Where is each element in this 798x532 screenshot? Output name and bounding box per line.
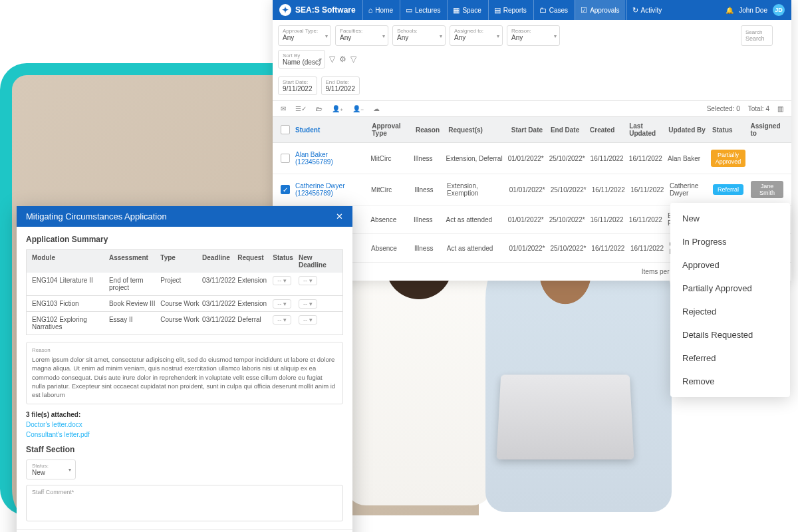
col-start[interactable]: Start Date: [511, 126, 545, 134]
nav-cases[interactable]: 🗀Cases: [533, 0, 573, 20]
columns-icon[interactable]: ▥: [777, 105, 783, 112]
mail-icon[interactable]: ✉: [281, 105, 286, 112]
nav-space[interactable]: ▦Space: [447, 0, 486, 20]
filter-start-date[interactable]: Start Date:9/11/2022: [278, 76, 317, 95]
filter-schools[interactable]: Schools:Any▾: [392, 25, 446, 46]
chevron-down-icon: ▾: [497, 33, 499, 39]
reason-text: Lorem ipsum dolor sit amet, consectetur …: [32, 355, 337, 399]
status-badge: Partially Approved: [711, 150, 746, 167]
funnel-icon[interactable]: ▽: [329, 55, 335, 64]
filter-sort[interactable]: Sort ByName (desc)▾: [278, 50, 325, 68]
col-end[interactable]: End Date: [551, 126, 585, 134]
chevron-down-icon: ▾: [382, 33, 385, 39]
modal-title: Mitigating Circumstances Application: [26, 211, 167, 221]
cloud-icon[interactable]: ☁: [373, 105, 380, 112]
close-icon[interactable]: ✕: [336, 211, 343, 221]
status-select[interactable]: Status: New▾: [26, 460, 76, 479]
summary-row: ENG103 FictionBook Review IIICourse Work…: [26, 296, 343, 312]
reason-box: Reason Lorem ipsum dolor sit amet, conse…: [26, 342, 343, 404]
col-updatedby[interactable]: Updated By: [668, 126, 707, 134]
filter-bar: Approval Type:Any▾ Faculties:Any▾ School…: [273, 20, 791, 101]
bell-icon[interactable]: 🔔: [726, 7, 733, 14]
summary-row: ENG104 Literature IIEnd of term projectP…: [26, 273, 343, 296]
dropdown-item[interactable]: Details Requested: [670, 323, 790, 346]
status-select-small[interactable]: -- ▾: [273, 299, 291, 309]
approval-icon: ☑: [581, 6, 587, 15]
row-checkbox[interactable]: [281, 154, 290, 163]
filter-faculties[interactable]: Faculties:Any▾: [335, 25, 388, 46]
nav-reports[interactable]: ▤Reports: [488, 0, 532, 20]
col-student[interactable]: Student: [295, 126, 366, 134]
avatar[interactable]: JD: [773, 4, 785, 16]
status-select-small[interactable]: -- ▾: [273, 276, 291, 285]
deadline-select-small[interactable]: -- ▾: [299, 299, 317, 309]
filter-reason[interactable]: Reason:Any▾: [507, 25, 560, 46]
chevron-down-icon: ▾: [319, 57, 322, 63]
student-link[interactable]: Alan Baker (123456789): [295, 151, 365, 166]
filter-end-date[interactable]: End Date:9/11/2022: [321, 76, 360, 95]
table-row[interactable]: ✓ Catherine Dwyer (123456789) MitCirc Il…: [273, 174, 791, 205]
grid-icon: ▦: [453, 6, 460, 15]
col-apptype[interactable]: Approval Type: [372, 122, 410, 137]
chevron-down-icon: ▾: [325, 33, 328, 39]
gear-icon[interactable]: ⚙: [339, 55, 346, 64]
check-multi-icon[interactable]: ☰✓: [295, 105, 307, 112]
nav-home[interactable]: ⌂Home: [362, 0, 398, 20]
top-nav: ✦ SEA:S Software ⌂Home ▭Lectures ▦Space …: [273, 0, 791, 20]
chevron-down-icon: ▾: [440, 33, 442, 39]
folder-open-icon[interactable]: 🗁: [316, 105, 323, 112]
brand-name: SEA:S Software: [295, 5, 356, 15]
home-icon: ⌂: [368, 6, 373, 14]
filter-approval-type[interactable]: Approval Type:Any▾: [278, 25, 331, 46]
table-row[interactable]: Alan Baker (123456789) MitCirc Illness E…: [273, 143, 791, 174]
dropdown-item[interactable]: New: [670, 207, 790, 230]
modal-header: Mitigating Circumstances Application ✕: [17, 206, 352, 227]
status-dropdown: NewIn ProgressApprovedPartially Approved…: [670, 203, 790, 397]
filter-clear-icon[interactable]: ▽: [350, 55, 356, 64]
staff-section-title: Staff Section: [26, 445, 343, 454]
brand-logo-icon: ✦: [279, 4, 291, 16]
table-toolbar: ✉ ☰✓ 🗁 👤₊ 👤₋ ☁ Selected: 0 Total: 4 ▥: [273, 101, 791, 117]
student-link[interactable]: Catherine Dwyer (123456789): [295, 182, 366, 197]
modal-footer: Previous Cancel Next: [17, 529, 352, 532]
filter-search[interactable]: SearchSearch: [741, 25, 773, 46]
book-icon: ▭: [406, 6, 412, 15]
summary-title: Application Summary: [26, 235, 343, 244]
col-created[interactable]: Created: [590, 126, 624, 134]
dropdown-item[interactable]: Referred: [670, 346, 790, 370]
dropdown-item[interactable]: Approved: [670, 253, 790, 277]
nav-approvals[interactable]: ☑Approvals: [575, 0, 624, 20]
select-all-checkbox[interactable]: [281, 125, 290, 134]
attachments: 3 file(s) attached: Doctor's letter.docx…: [26, 411, 343, 438]
status-select-small[interactable]: -- ▾: [273, 315, 291, 325]
staff-comment-input[interactable]: Staff Comment*: [26, 485, 343, 521]
col-status[interactable]: Status: [712, 126, 745, 134]
nav-lectures[interactable]: ▭Lectures: [400, 0, 446, 20]
nav-activity[interactable]: ↻Activity: [626, 0, 668, 20]
col-assigned[interactable]: Assigned to: [751, 122, 783, 137]
deadline-select-small[interactable]: -- ▾: [299, 315, 317, 325]
dropdown-item[interactable]: In Progress: [670, 230, 790, 253]
col-request[interactable]: Request(s): [448, 126, 506, 134]
chart-icon: ▤: [494, 6, 501, 15]
assigned-badge: Jane Smith: [751, 181, 783, 198]
dropdown-item[interactable]: Remove: [670, 370, 790, 393]
summary-header: Module Assessment Type Deadline Request …: [26, 249, 343, 273]
user-add-icon[interactable]: 👤₊: [332, 105, 343, 112]
user-remove-icon[interactable]: 👤₋: [352, 105, 364, 112]
status-badge: Referral: [713, 184, 743, 195]
filter-assigned[interactable]: Assigned to:Any▾: [450, 25, 503, 46]
attachment-link[interactable]: Consultant's letter.pdf: [26, 431, 343, 438]
attachment-link[interactable]: Doctor's letter.docx: [26, 421, 343, 428]
chevron-down-icon: ▾: [554, 33, 557, 39]
chevron-down-icon: ▾: [68, 466, 71, 472]
dropdown-item[interactable]: Partially Approved: [670, 277, 790, 300]
row-checkbox[interactable]: ✓: [281, 185, 290, 194]
deadline-select-small[interactable]: -- ▾: [299, 276, 317, 285]
folder-icon: 🗀: [539, 6, 547, 14]
dropdown-item[interactable]: Rejected: [670, 300, 790, 323]
col-updated[interactable]: Last Updated: [629, 122, 663, 137]
mitcirc-modal: Mitigating Circumstances Application ✕ A…: [17, 206, 352, 532]
user-name[interactable]: John Doe: [739, 7, 767, 14]
col-reason[interactable]: Reason: [416, 126, 443, 134]
